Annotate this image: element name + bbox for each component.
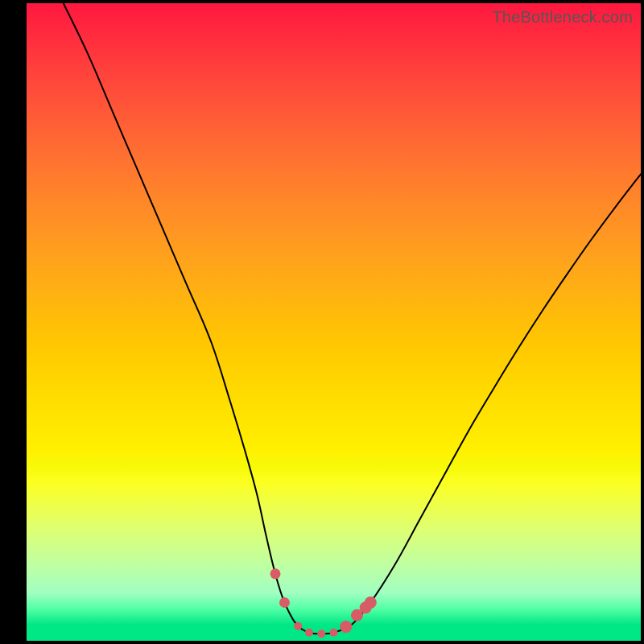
highlight-dot xyxy=(305,629,313,637)
highlight-dot xyxy=(294,622,302,630)
plot-area: TheBottleneck.com xyxy=(27,3,641,641)
highlight-dot xyxy=(270,568,281,579)
highlight-markers xyxy=(270,568,377,638)
outer-frame: TheBottleneck.com xyxy=(0,0,644,644)
highlight-dot xyxy=(340,621,352,633)
highlight-dot xyxy=(330,629,338,637)
highlight-dot xyxy=(279,597,290,608)
highlight-dot xyxy=(317,630,325,638)
watermark-text: TheBottleneck.com xyxy=(492,8,633,27)
highlight-dot xyxy=(365,597,377,609)
chart-svg xyxy=(27,3,641,641)
bottleneck-curve xyxy=(64,3,641,634)
